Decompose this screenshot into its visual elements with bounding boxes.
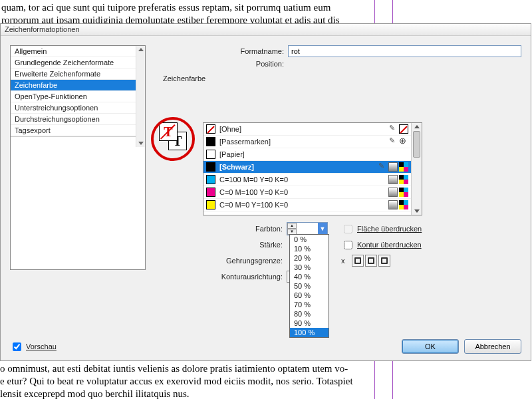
sidebar-item-advanced-formats[interactable]: Erweiterte Zeichenformate bbox=[11, 68, 145, 80]
document-text-bottom: o omnimust, aut esti debitat iuntis veli… bbox=[0, 362, 353, 399]
sidebar-item-label: Zeichenfarbe bbox=[15, 81, 57, 89]
sidebar-item-label: Allgemein bbox=[15, 47, 47, 55]
document-text-top: quam, tor aci que sunt qui tuipore prefe… bbox=[1, 1, 531, 27]
overprint-fill-checkbox[interactable]: Fläche überdrucken bbox=[341, 223, 422, 235]
sidebar-item-general[interactable]: Allgemein bbox=[11, 46, 145, 57]
swatch-name: C=100 M=0 Y=0 K=0 bbox=[219, 176, 388, 184]
category-sidebar: Allgemein Grundlegende Zeichenformate Er… bbox=[10, 45, 146, 270]
miter-join-button[interactable] bbox=[352, 255, 364, 267]
swatch-name: [Ohne] bbox=[219, 125, 388, 133]
dropdown-option[interactable]: 40 % bbox=[290, 272, 329, 281]
dropdown-option[interactable]: 20 % bbox=[290, 253, 329, 263]
dropdown-option[interactable]: 30 % bbox=[290, 263, 329, 272]
swatch-row-yellow[interactable]: C=0 M=0 Y=100 K=0 bbox=[203, 199, 411, 211]
locked-icon bbox=[388, 124, 398, 134]
dropdown-option[interactable]: 50 % bbox=[290, 281, 329, 291]
swatch-paper-icon bbox=[206, 150, 215, 159]
checkbox-icon[interactable] bbox=[344, 241, 352, 249]
preview-checkbox[interactable]: Vorschau bbox=[10, 340, 57, 353]
cmyk-type-icon bbox=[399, 175, 408, 184]
dropdown-option[interactable]: 80 % bbox=[290, 309, 329, 319]
registration-type-icon bbox=[399, 137, 408, 146]
dropdown-option[interactable]: 90 % bbox=[290, 319, 329, 328]
swatch-cyan-icon bbox=[206, 175, 215, 184]
global-icon bbox=[388, 200, 398, 209]
swatch-name: [Passermarken] bbox=[219, 138, 388, 146]
sidebar-item-tags-export[interactable]: Tagsexport bbox=[11, 125, 145, 136]
formatname-label: Formatname: bbox=[159, 47, 288, 55]
sidebar-item-label: Tagsexport bbox=[15, 126, 51, 134]
fill-stroke-proxy[interactable]: T T bbox=[159, 122, 191, 154]
swatch-black-icon bbox=[206, 162, 215, 172]
checkbox-label: Kontur überdrucken bbox=[357, 241, 422, 249]
checkbox-icon[interactable] bbox=[13, 342, 21, 351]
sidebar-item-opentype[interactable]: OpenType-Funktionen bbox=[11, 91, 145, 102]
sidebar-item-label: Grundlegende Zeichenformate bbox=[15, 59, 114, 66]
swatch-none-icon bbox=[206, 124, 215, 134]
ok-button[interactable]: OK bbox=[402, 339, 459, 354]
locked-icon bbox=[388, 137, 398, 146]
miter-x-label: x bbox=[341, 257, 345, 265]
swatch-name: C=0 M=100 Y=0 K=0 bbox=[219, 188, 388, 196]
swatch-row-magenta[interactable]: C=0 M=100 Y=0 K=0 bbox=[203, 186, 411, 199]
global-icon bbox=[388, 162, 398, 172]
swatch-yellow-icon bbox=[206, 200, 215, 209]
fill-proxy-icon[interactable]: T bbox=[159, 122, 178, 141]
sidebar-item-label: Unterstreichungsoptionen bbox=[15, 104, 98, 112]
cmyk-type-icon bbox=[399, 188, 408, 197]
swatch-list-panel: [Ohne] [Passermarken] [Papier] [S bbox=[203, 122, 422, 215]
swatch-name: [Papier] bbox=[219, 150, 408, 158]
formatname-input[interactable] bbox=[288, 45, 521, 57]
swatch-name: [Schwarz] bbox=[219, 163, 378, 171]
sidebar-item-underline[interactable]: Unterstreichungsoptionen bbox=[11, 102, 145, 114]
section-heading: Zeichenfarbe bbox=[163, 74, 521, 82]
tint-dropdown-list[interactable]: 0 % 10 % 20 % 30 % 40 % 50 % 60 % 70 % 8… bbox=[289, 234, 329, 338]
swatch-row-paper[interactable]: [Papier] bbox=[203, 148, 411, 161]
dropdown-option[interactable]: 10 % bbox=[290, 244, 329, 253]
swatch-registration-icon bbox=[206, 137, 215, 146]
overprint-stroke-checkbox[interactable]: Kontur überdrucken bbox=[341, 239, 422, 251]
sidebar-item-strikethrough[interactable]: Durchstreichungsoptionen bbox=[11, 114, 145, 125]
tint-dropdown-button[interactable]: ▼ bbox=[318, 223, 327, 235]
position-label: Position: bbox=[159, 60, 288, 68]
stroke-align-label: Konturausrichtung: bbox=[203, 273, 287, 281]
dropdown-option-selected[interactable]: 100 % bbox=[290, 328, 329, 337]
dialog-title: Zeichenformatoptionen bbox=[1, 24, 531, 36]
miter-label: Gehrungsgrenze: bbox=[203, 257, 287, 265]
cmyk-type-icon bbox=[399, 200, 408, 209]
swatch-row-black[interactable]: [Schwarz] bbox=[203, 161, 411, 174]
bevel-join-button[interactable] bbox=[378, 255, 390, 267]
global-icon bbox=[388, 188, 398, 197]
checkbox-label: Fläche überdrucken bbox=[357, 225, 422, 233]
character-style-options-dialog: Zeichenformatoptionen Allgemein Grundleg… bbox=[0, 23, 531, 361]
tint-label: Farbton: bbox=[203, 225, 287, 233]
dropdown-option[interactable]: 70 % bbox=[290, 300, 329, 309]
sidebar-item-basic-formats[interactable]: Grundlegende Zeichenformate bbox=[11, 57, 145, 68]
scrollbar-thumb[interactable] bbox=[413, 131, 420, 158]
dropdown-option[interactable]: 60 % bbox=[290, 291, 329, 300]
sidebar-item-label: OpenType-Funktionen bbox=[15, 92, 87, 100]
none-type-icon bbox=[399, 124, 408, 134]
swatch-row-none[interactable]: [Ohne] bbox=[203, 123, 411, 136]
cmyk-type-icon bbox=[399, 162, 408, 172]
global-icon bbox=[388, 175, 398, 184]
cancel-button[interactable]: Abbrechen bbox=[464, 339, 521, 354]
checkbox-label: Vorschau bbox=[26, 342, 57, 350]
sidebar-item-character-color[interactable]: Zeichenfarbe bbox=[11, 80, 145, 91]
dropdown-option[interactable]: 0 % bbox=[290, 235, 329, 244]
locked-icon bbox=[378, 162, 387, 172]
round-join-button[interactable] bbox=[365, 255, 377, 267]
sidebar-scrollbar[interactable] bbox=[136, 46, 145, 147]
spinner-up-icon[interactable]: ▲ bbox=[287, 223, 297, 229]
swatch-magenta-icon bbox=[206, 188, 215, 197]
swatch-scrollbar[interactable] bbox=[411, 123, 422, 215]
tint-spinner[interactable]: ▲▼ ▼ bbox=[287, 222, 328, 235]
sidebar-item-label: Erweiterte Zeichenformate bbox=[15, 70, 100, 78]
checkbox-icon[interactable] bbox=[344, 225, 352, 233]
weight-label: Stärke: bbox=[203, 241, 287, 249]
swatch-row-registration[interactable]: [Passermarken] bbox=[203, 136, 411, 148]
swatch-name: C=0 M=0 Y=100 K=0 bbox=[219, 201, 388, 209]
sidebar-item-label: Durchstreichungsoptionen bbox=[15, 115, 100, 123]
swatch-row-cyan[interactable]: C=100 M=0 Y=0 K=0 bbox=[203, 174, 411, 186]
